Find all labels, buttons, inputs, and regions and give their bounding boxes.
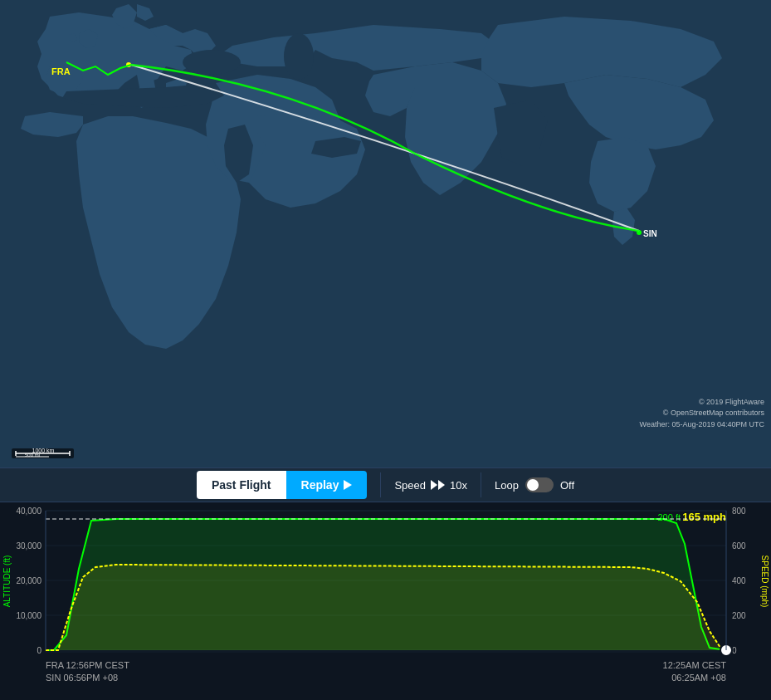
loop-state: Off [560, 479, 574, 492]
map-attribution: © 2019 FlightAware © OpenStreetMap contr… [640, 397, 764, 431]
svg-text:165 mph: 165 mph [682, 511, 726, 523]
loop-label: Loop [495, 479, 519, 492]
svg-text:40,000: 40,000 [16, 507, 41, 516]
controls-bar: Past Flight Replay Speed 10x Loop Off [0, 467, 771, 502]
svg-text:0: 0 [37, 646, 41, 655]
separator-2 [481, 472, 481, 497]
svg-text:SIN: SIN [643, 229, 657, 238]
speed-button[interactable]: Speed 10x [394, 479, 467, 492]
speed-label: Speed [394, 479, 426, 492]
svg-text:200: 200 [732, 611, 746, 620]
svg-text:10,000: 10,000 [16, 611, 41, 620]
svg-text:FRA: FRA [51, 66, 71, 76]
speed-value: 10x [450, 479, 467, 492]
svg-text:12:25AM CEST: 12:25AM CEST [663, 660, 727, 670]
speed-ff-icon [431, 480, 445, 490]
svg-text:500 mi: 500 mi [25, 453, 40, 458]
svg-text:06:25AM +08: 06:25AM +08 [671, 673, 726, 683]
svg-point-2 [183, 50, 241, 75]
svg-text:600: 600 [732, 541, 746, 551]
svg-text:SIN 06:56PM +08: SIN 06:56PM +08 [46, 673, 118, 683]
svg-text:20,000: 20,000 [16, 576, 41, 585]
svg-text:ALTITUDE (ft): ALTITUDE (ft) [2, 556, 12, 608]
svg-text:SPEED (mph): SPEED (mph) [760, 556, 769, 608]
toggle-knob [527, 479, 539, 491]
replay-button[interactable]: Replay [286, 471, 368, 499]
svg-point-1 [284, 33, 314, 80]
chart-container: 40,000 30,000 20,000 10,000 0 800 600 40… [0, 502, 771, 700]
past-flight-label: Past Flight [212, 478, 271, 492]
loop-toggle[interactable] [525, 477, 554, 492]
replay-play-icon [344, 480, 352, 490]
replay-label: Replay [301, 478, 339, 492]
separator-1 [380, 472, 381, 497]
past-flight-button[interactable]: Past Flight [197, 471, 286, 499]
loop-control: Loop Off [495, 477, 574, 492]
svg-text:400: 400 [732, 576, 746, 585]
svg-text:30,000: 30,000 [16, 541, 41, 551]
svg-text:800: 800 [732, 507, 746, 516]
map-container: SIN FRA 1000 km 500 mi © 2019 FlightAwar… [0, 0, 771, 467]
svg-text:FRA 12:56PM CEST: FRA 12:56PM CEST [46, 660, 129, 670]
